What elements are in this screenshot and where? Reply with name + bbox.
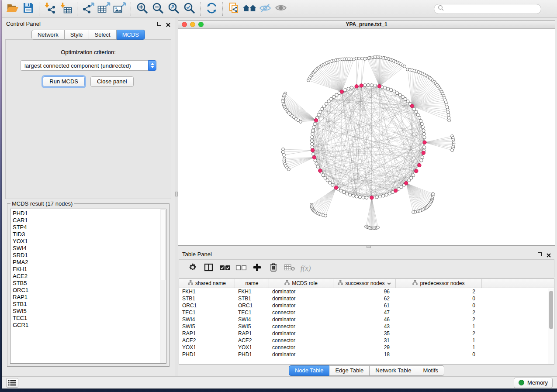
network-node[interactable]: [324, 176, 327, 179]
memory-button[interactable]: Memory: [514, 378, 553, 388]
network-node[interactable]: [327, 100, 330, 103]
open-session-button[interactable]: [4, 1, 20, 16]
network-node[interactable]: [325, 102, 328, 105]
network-node[interactable]: [323, 105, 326, 108]
search-input[interactable]: [446, 6, 537, 12]
network-node[interactable]: [315, 162, 318, 165]
first-neighbors-button[interactable]: [242, 1, 257, 16]
tab-network-table[interactable]: Network Table: [370, 365, 417, 376]
network-dominator-node[interactable]: [394, 189, 398, 193]
network-dominator-node[interactable]: [377, 84, 381, 88]
network-node[interactable]: [421, 156, 424, 159]
network-node[interactable]: [401, 95, 404, 98]
result-list-item[interactable]: TID3: [10, 231, 160, 238]
network-leaf-node[interactable]: [403, 65, 406, 68]
export-image-button[interactable]: [112, 1, 128, 16]
zoom-out-button[interactable]: [150, 1, 166, 16]
network-node[interactable]: [423, 136, 426, 139]
hide-selected-button[interactable]: [257, 1, 273, 16]
network-leaf-node[interactable]: [451, 149, 454, 152]
network-node[interactable]: [326, 179, 329, 182]
tab-mcds[interactable]: MCDS: [117, 30, 145, 40]
result-list-item[interactable]: ACE2: [10, 273, 160, 280]
delete-column-button[interactable]: [265, 261, 281, 276]
table-row[interactable]: RAP1RAP1dominator352: [179, 330, 554, 337]
network-dominator-node[interactable]: [422, 151, 425, 155]
column-header-name[interactable]: name: [235, 279, 269, 288]
column-header-predecessor-nodes[interactable]: predecessor nodes: [396, 279, 482, 288]
network-node[interactable]: [332, 95, 336, 98]
table-row[interactable]: FKH1FKH1dominator962: [179, 288, 554, 295]
network-node[interactable]: [355, 195, 358, 198]
close-panel-button[interactable]: Close panel: [90, 76, 134, 87]
network-node[interactable]: [408, 179, 411, 182]
tab-node-table[interactable]: Node Table: [289, 365, 330, 376]
column-header-successor-nodes[interactable]: successor nodes: [333, 279, 396, 288]
network-dominator-node[interactable]: [405, 181, 408, 185]
horizontal-splitter[interactable]: [178, 246, 555, 248]
select-all-rows-button[interactable]: [217, 261, 233, 276]
network-dominator-node[interactable]: [318, 169, 322, 172]
table-row[interactable]: SWI5SWI5connector431: [179, 323, 554, 330]
create-column-button[interactable]: [249, 261, 265, 276]
network-node[interactable]: [420, 159, 423, 162]
network-node[interactable]: [365, 196, 368, 199]
search-box[interactable]: [434, 4, 541, 14]
network-node[interactable]: [412, 174, 415, 177]
network-leaf-node[interactable]: [448, 119, 451, 122]
network-node[interactable]: [422, 129, 425, 132]
network-node[interactable]: [416, 113, 419, 116]
network-node[interactable]: [322, 174, 325, 177]
new-network-from-selection-button[interactable]: [226, 1, 242, 16]
table-row[interactable]: YOX1YOX1connector291: [179, 344, 554, 351]
window-zoom-icon[interactable]: [198, 22, 204, 27]
network-node[interactable]: [312, 152, 315, 155]
column-header-shared-name[interactable]: shared name: [179, 279, 235, 288]
network-node[interactable]: [317, 113, 320, 116]
network-node[interactable]: [406, 100, 409, 103]
result-list-item[interactable]: SRD1: [10, 252, 160, 259]
result-list-item[interactable]: SWI5: [10, 308, 160, 315]
network-leaf-node[interactable]: [283, 154, 286, 157]
result-list-scroll-thumb[interactable]: [161, 210, 166, 280]
result-list-item[interactable]: TEC1: [10, 315, 160, 322]
result-list-item[interactable]: YOX1: [10, 238, 160, 245]
network-node[interactable]: [311, 142, 314, 145]
tab-motifs[interactable]: Motifs: [417, 365, 444, 376]
network-dominator-node[interactable]: [418, 163, 421, 167]
table-row[interactable]: SWI4SWI4dominator462: [179, 316, 554, 323]
table-row[interactable]: ORC1ORC1dominator610: [179, 302, 554, 309]
network-dominator-node[interactable]: [340, 90, 343, 93]
network-node[interactable]: [344, 89, 347, 92]
network-dominator-node[interactable]: [415, 169, 418, 173]
network-node[interactable]: [415, 110, 418, 113]
network-node[interactable]: [387, 87, 390, 90]
network-dominator-node[interactable]: [370, 196, 374, 199]
network-leaf-node[interactable]: [282, 148, 285, 151]
network-dominator-node[interactable]: [423, 141, 426, 144]
import-table-button[interactable]: [58, 1, 74, 16]
table-row[interactable]: ACE2ACE2connector311: [179, 337, 554, 344]
show-all-button[interactable]: [273, 1, 289, 16]
network-node[interactable]: [367, 83, 370, 86]
result-list-item[interactable]: CAR1: [10, 217, 160, 224]
network-node[interactable]: [382, 194, 385, 197]
network-leaf-node[interactable]: [358, 57, 361, 60]
network-leaf-node[interactable]: [412, 211, 415, 214]
zoom-fit-button[interactable]: [166, 1, 181, 16]
result-list-item[interactable]: SWI4: [10, 245, 160, 252]
network-leaf-node[interactable]: [324, 214, 327, 217]
network-node[interactable]: [342, 191, 345, 194]
window-minimize-icon[interactable]: [190, 22, 195, 27]
network-node[interactable]: [374, 84, 377, 87]
network-node[interactable]: [390, 89, 393, 92]
close-panel-icon[interactable]: [166, 22, 170, 26]
result-list-item[interactable]: GCR1: [10, 322, 160, 329]
network-node[interactable]: [422, 132, 426, 135]
network-node[interactable]: [423, 146, 426, 149]
network-node[interactable]: [400, 186, 403, 189]
apply-layout-button[interactable]: [204, 1, 219, 16]
network-node[interactable]: [370, 84, 373, 87]
network-canvas[interactable]: [178, 29, 555, 245]
close-table-panel-icon[interactable]: [547, 252, 551, 257]
